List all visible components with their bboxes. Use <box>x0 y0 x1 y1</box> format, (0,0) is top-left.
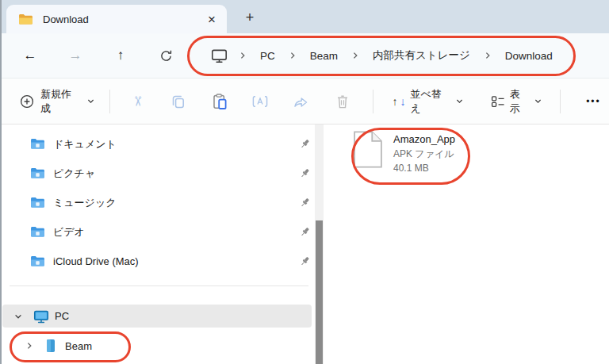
pin-icon <box>299 138 311 150</box>
rename-icon <box>252 95 268 108</box>
file-details: Amazon_App APK ファイル 40.1 MB <box>393 130 455 175</box>
icloud-folder-icon <box>30 255 45 267</box>
new-button-label: 新規作成 <box>40 87 80 116</box>
address-bar: ← → ↑ PC Beam 内部共有ストレージ Download <box>0 33 609 79</box>
sidebar-item-label: ドキュメント <box>53 137 117 151</box>
tab-title: Download <box>43 13 89 25</box>
view-button[interactable]: 表示 <box>483 87 550 116</box>
file-list-pane: Amazon_App APK ファイル 40.1 MB <box>324 125 609 364</box>
sidebar-item-icloud-drive[interactable]: iCloud Drive (Mac) <box>0 247 315 276</box>
paste-clipboard-icon <box>213 94 227 109</box>
sidebar-item-music[interactable]: ミュージック <box>0 188 315 217</box>
breadcrumb-item-pc[interactable]: PC <box>258 48 278 63</box>
toolbar-divider <box>560 90 561 113</box>
copy-button[interactable] <box>158 87 199 116</box>
file-explorer-window: Download × + ← → ↑ PC Beam 内部共有ストレージ Dow… <box>0 0 609 364</box>
sort-button[interactable]: ↑↓ 並べ替え <box>384 87 471 116</box>
file-icon <box>353 130 383 169</box>
chevron-down-icon[interactable] <box>13 312 23 321</box>
toolbar-divider <box>109 90 110 113</box>
view-button-label: 表示 <box>510 87 529 116</box>
file-name: Amazon_App <box>393 132 455 147</box>
documents-folder-icon <box>30 138 45 150</box>
chevron-down-icon <box>534 97 542 105</box>
sidebar-item-label: ビデオ <box>53 225 85 239</box>
delete-button[interactable] <box>322 87 363 116</box>
phone-device-icon <box>46 339 56 353</box>
breadcrumb-separator-icon <box>288 51 297 60</box>
pin-icon <box>299 226 311 238</box>
this-pc-monitor-icon[interactable] <box>211 48 228 63</box>
share-icon <box>293 95 308 108</box>
sidebar-item-label: Beam <box>65 340 92 352</box>
trash-icon <box>336 94 349 109</box>
rename-button[interactable] <box>239 87 281 116</box>
breadcrumb-item-beam[interactable]: Beam <box>308 48 340 63</box>
pin-icon <box>299 197 311 209</box>
share-button[interactable] <box>281 87 322 116</box>
pictures-folder-icon <box>30 167 45 179</box>
breadcrumb-item-download[interactable]: Download <box>503 48 555 63</box>
sidebar-item-pictures[interactable]: ピクチャ <box>0 159 315 188</box>
sort-button-label: 並べ替え <box>410 87 450 116</box>
breadcrumb-item-internal-storage[interactable]: 内部共有ストレージ <box>370 47 473 64</box>
back-icon[interactable]: ← <box>13 41 48 70</box>
chevron-down-icon <box>455 97 464 105</box>
sidebar-scrollbar[interactable] <box>315 125 324 364</box>
command-toolbar: 新規作成 ✂ ↑↓ 並べ替え 表示 <box>0 79 609 125</box>
sidebar-item-label: PC <box>55 310 69 322</box>
pin-icon <box>299 167 311 179</box>
sidebar-item-label: ピクチャ <box>53 167 95 181</box>
sidebar-item-label: iCloud Drive (Mac) <box>53 255 139 267</box>
cut-button[interactable]: ✂ <box>117 87 159 116</box>
copy-icon <box>171 94 186 109</box>
tab-close-icon[interactable]: × <box>208 13 216 26</box>
more-options-button[interactable]: ••• <box>578 87 609 116</box>
paste-button[interactable] <box>199 87 240 116</box>
file-item-amazon-app[interactable]: Amazon_App APK ファイル 40.1 MB <box>353 130 455 175</box>
breadcrumb-separator-icon <box>350 51 360 60</box>
window-left-edge <box>0 0 2 364</box>
chevron-right-icon[interactable] <box>25 341 34 351</box>
toolbar-divider <box>373 90 373 113</box>
sidebar-section-divider <box>10 285 308 286</box>
sidebar-item-beam[interactable]: Beam <box>2 334 312 358</box>
breadcrumb-separator-icon <box>238 51 247 60</box>
navigation-pane: ドキュメント ピクチャ ミュージック ビデオ iCloud Drive (Mac <box>0 125 315 364</box>
tab-download[interactable]: Download × <box>6 5 227 33</box>
up-icon[interactable]: ↑ <box>103 41 138 70</box>
pc-monitor-icon <box>33 309 49 324</box>
breadcrumb-separator-icon <box>483 51 492 60</box>
sidebar-item-documents[interactable]: ドキュメント <box>0 129 315 159</box>
refresh-icon[interactable] <box>148 41 183 70</box>
forward-icon[interactable]: → <box>58 41 93 70</box>
file-size: 40.1 MB <box>393 161 455 175</box>
sort-arrow-down-icon: ↓ <box>400 95 405 108</box>
pin-icon <box>299 255 311 267</box>
breadcrumb: PC Beam 内部共有ストレージ Download <box>211 47 555 64</box>
sidebar-item-pc[interactable]: PC <box>2 305 312 328</box>
file-type: APK ファイル <box>393 147 455 161</box>
videos-folder-icon <box>30 226 45 238</box>
chevron-down-icon <box>86 97 95 105</box>
view-layout-icon <box>491 95 505 108</box>
music-folder-icon <box>30 197 45 209</box>
scrollbar-thumb[interactable] <box>316 220 323 364</box>
cut-scissors-icon: ✂ <box>129 95 146 106</box>
sort-arrow-up-icon: ↑ <box>392 95 397 108</box>
sidebar-item-videos[interactable]: ビデオ <box>0 217 315 247</box>
new-button[interactable]: 新規作成 <box>13 87 102 116</box>
folder-icon <box>18 13 33 25</box>
explorer-body: ドキュメント ピクチャ ミュージック ビデオ iCloud Drive (Mac <box>0 125 609 364</box>
plus-circle-icon <box>20 94 34 109</box>
sidebar-item-label: ミュージック <box>53 196 117 210</box>
tab-bar: Download × + <box>0 0 609 33</box>
new-tab-button[interactable]: + <box>238 6 262 29</box>
